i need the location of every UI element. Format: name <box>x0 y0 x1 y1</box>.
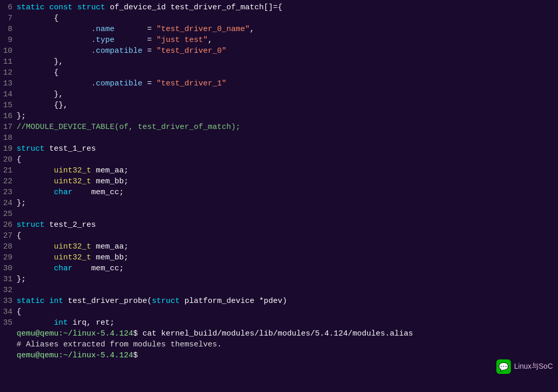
token <box>17 318 54 327</box>
token <box>17 25 91 34</box>
token: uint32_t <box>54 166 91 175</box>
line-number: 21 <box>0 165 17 176</box>
line-number: 16 <box>0 111 17 122</box>
code-line: 35 int irq, ret; <box>0 317 558 328</box>
token: mem_cc; <box>73 264 124 273</box>
token: char <box>54 188 73 197</box>
line-number: 13 <box>0 78 17 89</box>
line-content: static int test_driver_probe(struct plat… <box>17 296 287 307</box>
prompt-text-2: qemu@qemu:~/linux-5.4.124 <box>17 351 133 360</box>
line-number: 10 <box>0 46 17 56</box>
token: }; <box>17 199 26 208</box>
token <box>17 79 91 88</box>
token: test_driver_probe( <box>63 297 152 306</box>
code-line: 8 .name = "test_driver_0_name", <box>0 24 558 35</box>
line-number: 33 <box>0 296 17 307</box>
code-line: 13 .compatible = "test_driver_1" <box>0 78 558 89</box>
token: mem_bb; <box>91 177 128 186</box>
token: mem_aa; <box>91 166 128 175</box>
line-number: 6 <box>0 2 17 13</box>
token: mem_bb; <box>91 253 128 262</box>
line-number: 23 <box>0 187 17 198</box>
code-line: 12 { <box>0 67 558 78</box>
line-content: .compatible = "test_driver_1" <box>17 78 226 89</box>
token: test_2_res <box>45 221 96 229</box>
code-line: 25 <box>0 209 558 220</box>
code-line: 30 char mem_cc; <box>0 263 558 274</box>
token: "test_driver_1" <box>156 79 226 88</box>
code-line: 15 {}, <box>0 100 558 111</box>
line-content: }, <box>17 56 63 67</box>
code-line: 27{ <box>0 230 558 241</box>
token: , <box>208 36 212 45</box>
token: mem_cc; <box>73 188 124 197</box>
line-content: { <box>17 230 21 241</box>
dollar-1: $ <box>133 329 138 338</box>
line-content: uint32_t mem_bb; <box>17 176 128 187</box>
code-line: 14 }, <box>0 89 558 100</box>
token: char <box>54 264 73 273</box>
token: static const <box>17 3 77 12</box>
line-number: 30 <box>0 263 17 274</box>
token: mem_aa; <box>91 242 128 251</box>
line-number: 26 <box>0 220 17 230</box>
token: { <box>17 68 59 77</box>
code-line: 33static int test_driver_probe(struct pl… <box>0 296 558 307</box>
token: = <box>142 47 156 55</box>
line-number: 32 <box>0 285 17 296</box>
line-number: 25 <box>0 209 17 220</box>
code-line: 21 uint32_t mem_aa; <box>0 165 558 176</box>
token: struct <box>77 3 105 12</box>
token: struct <box>17 144 45 153</box>
token: = <box>115 36 156 45</box>
token <box>17 242 54 251</box>
terminal: 6static const struct of_device_id test_d… <box>0 0 558 392</box>
dollar-2: $ <box>133 351 138 360</box>
token: }; <box>17 275 26 284</box>
token <box>17 166 54 175</box>
line-number: 22 <box>0 176 17 187</box>
token: .compatible <box>91 47 142 55</box>
line-number: 8 <box>0 24 17 35</box>
code-line: 22 uint32_t mem_bb; <box>0 176 558 187</box>
line-number: 35 <box>0 317 17 328</box>
token: { <box>17 308 21 316</box>
code-line: 19struct test_1_res <box>0 143 558 154</box>
line-content: char mem_cc; <box>17 263 124 274</box>
token: .name <box>91 25 115 34</box>
token: test_1_res <box>45 144 96 153</box>
token: .type <box>91 36 115 45</box>
code-line: 24}; <box>0 198 558 209</box>
code-line: 16}; <box>0 111 558 122</box>
code-line: 23 char mem_cc; <box>0 187 558 198</box>
output-text-1: # Aliases extracted from modules themsel… <box>17 339 222 350</box>
token: of_device_id test_driver_of_match[]={ <box>105 3 282 12</box>
line-content: uint32_t mem_bb; <box>17 252 128 263</box>
line-content: uint32_t mem_aa; <box>17 165 128 176</box>
token: //MODULE_DEVICE_TABLE(of, test_driver_of… <box>17 123 240 132</box>
code-line: 7 { <box>0 13 558 24</box>
token: , <box>250 25 254 34</box>
token: }, <box>17 90 63 99</box>
line-content: }; <box>17 111 26 122</box>
token <box>17 188 54 197</box>
code-line: 32 <box>0 285 558 296</box>
token: uint32_t <box>54 242 91 251</box>
token: "just test" <box>156 36 208 45</box>
token: { <box>17 231 21 240</box>
code-line: 10 .compatible = "test_driver_0" <box>0 46 558 56</box>
token: uint32_t <box>54 177 91 186</box>
code-line: 6static const struct of_device_id test_d… <box>0 2 558 13</box>
line-number: 28 <box>0 241 17 252</box>
line-number: 14 <box>0 89 17 100</box>
token: "test_driver_0_name" <box>156 25 250 34</box>
token: platform_device *pdev) <box>180 297 287 306</box>
token: int <box>49 297 63 306</box>
prompt-text-1: qemu@qemu:~/linux-5.4.124 <box>17 329 133 338</box>
token: = <box>142 79 156 88</box>
watermark: 💬 Linux与SoC <box>496 359 553 374</box>
code-line: 18 <box>0 133 558 143</box>
token: irq, ret; <box>68 318 115 327</box>
code-line: 26struct test_2_res <box>0 220 558 230</box>
token: }; <box>17 112 26 121</box>
